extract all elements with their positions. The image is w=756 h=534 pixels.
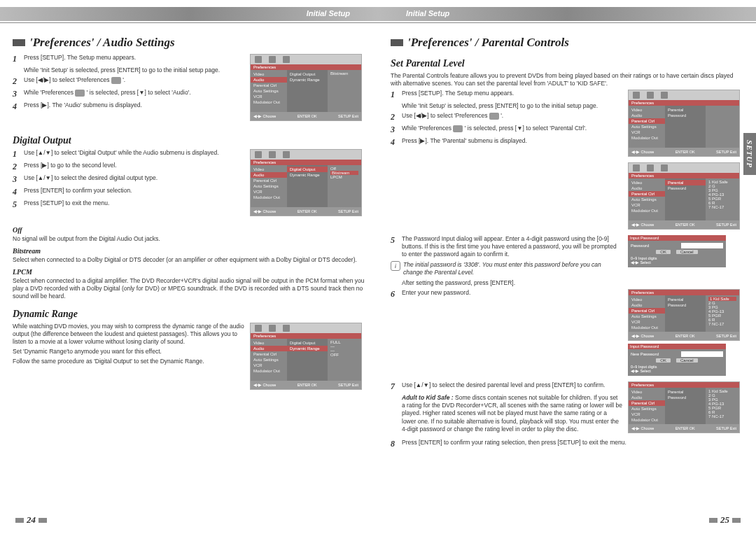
info-icon: i (391, 261, 400, 271)
cancel-button[interactable]: Cancel (676, 250, 698, 254)
header-label: Initial Setup (406, 9, 449, 17)
ok-button[interactable]: OK (656, 358, 671, 363)
page-25: Initial Setup 'Preferences' / Parental C… (378, 0, 756, 534)
preferences-icon (453, 125, 463, 132)
section-title-audio: 'Preferences' / Audio Settings (13, 36, 365, 50)
header-bar-left: Initial Setup (0, 7, 378, 21)
preferences-icon (75, 90, 85, 97)
osd-audio-2: Preferences Video Audio Parental Ctrl Au… (250, 149, 362, 216)
pn-box-icon (15, 518, 24, 523)
dynamic-range-title: Dynamic Range (13, 309, 365, 320)
digital-output-title: Digital Output (13, 135, 365, 146)
password-field[interactable] (681, 243, 723, 248)
osd-parental-1: Preferences Video Audio Parental Ctrl Au… (628, 90, 740, 157)
osd-new-password: Input Password New Password OKCancel 0~9… (628, 344, 726, 376)
ok-button[interactable]: OK (656, 250, 671, 254)
header-bar-right: Initial Setup (378, 7, 756, 21)
audio-steps: 1Press [SETUP]. The Setup menu appears. … (13, 54, 244, 112)
page-number-right: 25 (709, 514, 741, 526)
preferences-icon (111, 77, 121, 84)
osd-parental-3: Preferences Video Audio Parental Ctrl Au… (628, 289, 740, 341)
cancel-button[interactable]: Cancel (676, 358, 698, 363)
header-label: Initial Setup (307, 9, 350, 17)
preferences-icon (489, 113, 499, 120)
osd-parental-4: Preferences Video Audio Parental Ctrl Au… (628, 381, 740, 433)
osd-tab-icon (255, 56, 262, 63)
section-title-parental: 'Preferences' / Parental Controls (391, 36, 743, 50)
osd-parental-2: Preferences Video Audio Parental Ctrl Au… (628, 162, 740, 230)
header-rule (0, 22, 378, 23)
page-24: Initial Setup 'Preferences' / Audio Sett… (0, 0, 378, 534)
new-password-field[interactable] (681, 351, 723, 357)
osd-dynamic-range: Preferences Video Audio Parental Ctrl Au… (250, 323, 362, 390)
page-number-left: 24 (15, 514, 47, 526)
osd-audio-1: Preferences Video Audio Parental Ctrl Au… (250, 54, 362, 121)
side-tab-setup: SETUP (743, 133, 756, 175)
set-parental-level-title: Set Parental Level (391, 58, 743, 69)
osd-password-input: Input Password Password OKCancel 0~9 Inp… (628, 235, 726, 267)
